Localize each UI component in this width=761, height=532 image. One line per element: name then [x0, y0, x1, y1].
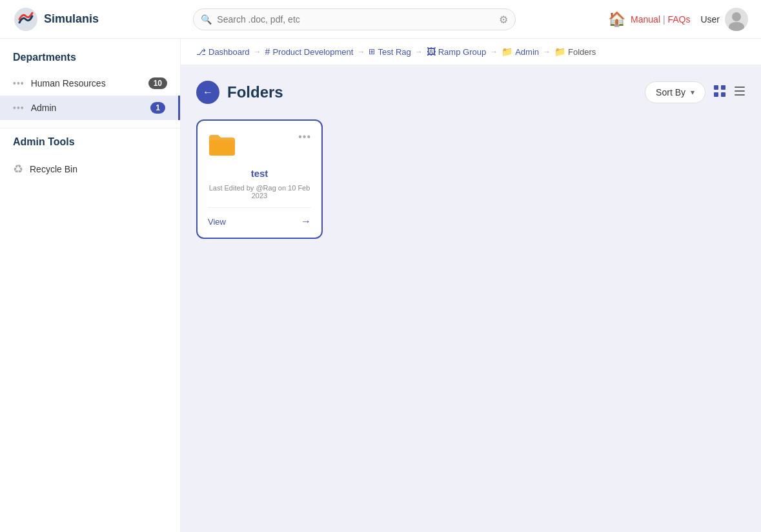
breadcrumb-admin-label: Admin: [515, 47, 539, 57]
folders-grid: ••• test Last Edited by @Rag on 10 Feb 2…: [196, 119, 746, 239]
breadcrumb-product-dev-label: Product Development: [272, 47, 353, 57]
sidebar-label-admin: Admin: [31, 103, 145, 113]
page-title-area: ← Folders: [196, 81, 283, 104]
sidebar-item-admin[interactable]: ••• Admin 1: [0, 96, 180, 120]
sidebar-label-hr: Human Resources: [31, 78, 142, 88]
svg-point-2: [729, 22, 744, 31]
recycle-bin-item[interactable]: ♻ Recycle Bin: [0, 156, 180, 183]
breadcrumb-dashboard[interactable]: ⎇ Dashboard: [196, 47, 250, 57]
content-area: ← Folders Sort By ▾: [181, 65, 761, 532]
folder-icon: [208, 131, 236, 163]
sidebar-divider: [0, 128, 180, 128]
breadcrumb-folders-label: Folders: [568, 47, 596, 57]
top-nav: Simulanis 🔍 ⚙ 🏠 Manual | FAQs User: [0, 0, 761, 39]
folder-divider: [208, 207, 311, 208]
search-area: 🔍 ⚙: [193, 8, 516, 30]
folder-view-link[interactable]: View: [208, 217, 226, 227]
breadcrumb-rag-icon: ⊞: [369, 47, 375, 56]
folder-more-icon[interactable]: •••: [298, 131, 311, 143]
departments-title: Departments: [0, 52, 180, 63]
dots-icon-admin: •••: [13, 103, 25, 113]
folder-card-top: •••: [208, 131, 311, 163]
breadcrumb-dashboard-label: Dashboard: [208, 47, 250, 57]
svg-rect-4: [721, 85, 725, 90]
breadcrumb-hash-icon: #: [265, 46, 270, 57]
breadcrumb-test-rag-label: Test Rag: [378, 47, 411, 57]
svg-rect-8: [735, 90, 745, 92]
manual-link[interactable]: Manual: [631, 14, 660, 25]
svg-rect-9: [735, 94, 745, 96]
breadcrumb-test-rag[interactable]: ⊞ Test Rag: [369, 47, 411, 57]
svg-rect-6: [721, 92, 725, 97]
page-title: Folders: [227, 83, 283, 101]
breadcrumb-image-icon: 🖼: [427, 46, 436, 57]
svg-rect-3: [714, 85, 718, 90]
search-icon: 🔍: [201, 14, 212, 25]
sidebar-item-human-resources[interactable]: ••• Human Resources 10: [0, 71, 180, 96]
folder-name: test: [208, 168, 311, 179]
folder-view-row: View →: [208, 216, 311, 227]
breadcrumb-git-icon: ⎇: [196, 47, 206, 57]
breadcrumb-folder-icon: 📁: [554, 46, 565, 57]
faqs-link[interactable]: FAQs: [667, 14, 690, 25]
filter-icon[interactable]: ⚙: [499, 13, 508, 25]
breadcrumb-arrow-2: →: [357, 47, 365, 56]
folder-meta: Last Edited by @Rag on 10 Feb 2023: [208, 184, 311, 200]
sort-area: Sort By ▾: [645, 81, 746, 103]
breadcrumb-arrow-5: →: [543, 47, 551, 56]
grid-view-icon[interactable]: [713, 85, 726, 101]
breadcrumb: ⎇ Dashboard → # Product Development → ⊞ …: [181, 39, 761, 65]
search-input[interactable]: [193, 8, 516, 30]
svg-rect-7: [735, 87, 745, 88]
logo-icon: [13, 6, 39, 32]
breadcrumb-ramp-group[interactable]: 🖼 Ramp Group: [427, 46, 486, 57]
logo-area: Simulanis: [13, 6, 142, 32]
nav-right: 🏠 Manual | FAQs User: [608, 8, 748, 31]
nav-username: User: [700, 14, 720, 25]
nav-links: Manual | FAQs: [631, 14, 690, 25]
sidebar-badge-admin: 1: [150, 102, 165, 114]
home-icon[interactable]: 🏠: [608, 11, 625, 28]
breadcrumb-admin[interactable]: 📁 Admin: [502, 46, 539, 57]
dots-icon-hr: •••: [13, 78, 25, 88]
recycle-icon: ♻: [13, 162, 23, 176]
avatar-icon: [725, 8, 748, 31]
sidebar: Departments ••• Human Resources 10 ••• A…: [0, 39, 181, 532]
breadcrumb-arrow-3: →: [415, 47, 423, 56]
avatar[interactable]: [725, 8, 748, 31]
sort-button[interactable]: Sort By ▾: [645, 81, 705, 103]
folder-arrow-icon[interactable]: →: [301, 216, 311, 227]
main-content: ⎇ Dashboard → # Product Development → ⊞ …: [181, 39, 761, 532]
sort-by-label: Sort By: [656, 87, 685, 97]
breadcrumb-product-dev[interactable]: # Product Development: [265, 46, 354, 57]
app-body: Departments ••• Human Resources 10 ••• A…: [0, 39, 761, 532]
admin-tools-title: Admin Tools: [0, 136, 180, 148]
page-header: ← Folders Sort By ▾: [196, 81, 746, 104]
list-view-icon[interactable]: [734, 85, 746, 100]
logo-text: Simulanis: [44, 12, 99, 26]
sort-chevron-icon: ▾: [691, 88, 695, 97]
sidebar-badge-hr: 10: [148, 77, 167, 89]
breadcrumb-arrow-1: →: [254, 47, 261, 56]
breadcrumb-ramp-group-label: Ramp Group: [438, 47, 486, 57]
svg-point-1: [732, 12, 741, 21]
folder-svg: [208, 131, 236, 157]
folder-card-test: ••• test Last Edited by @Rag on 10 Feb 2…: [196, 119, 323, 239]
breadcrumb-folders: 📁 Folders: [554, 46, 596, 57]
svg-rect-5: [714, 92, 718, 97]
breadcrumb-arrow-4: →: [490, 47, 498, 56]
recycle-bin-label: Recycle Bin: [30, 164, 77, 174]
back-button[interactable]: ←: [196, 81, 219, 104]
breadcrumb-folder-icon-admin: 📁: [502, 46, 512, 57]
back-arrow-icon: ←: [203, 87, 213, 98]
